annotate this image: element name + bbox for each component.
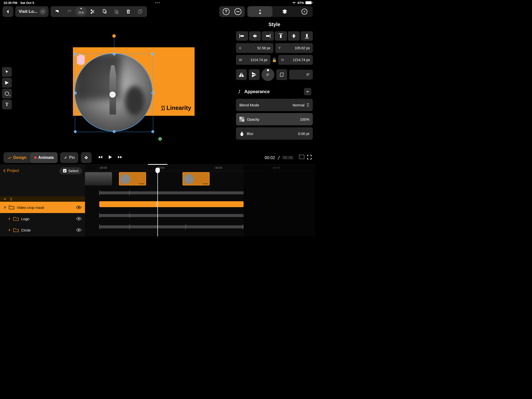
pin-button[interactable]: Pin (60, 152, 78, 163)
timeline: Project Select Video crop mask Lo (0, 165, 315, 236)
project-title-button[interactable]: Visit Lo... (15, 6, 49, 17)
project-dropdown-icon[interactable] (40, 8, 46, 15)
origin-handle[interactable] (158, 137, 162, 141)
play-button[interactable] (107, 154, 113, 161)
rotation-control[interactable]: 0° (262, 68, 274, 81)
shear-button[interactable] (276, 69, 287, 80)
align-vcenter-button[interactable] (288, 31, 300, 41)
svg-rect-18 (306, 34, 308, 37)
w-field[interactable]: W1214.74 px (236, 55, 270, 65)
design-mode-tab[interactable]: Design (3, 152, 30, 163)
resize-handle-se[interactable] (151, 130, 154, 133)
svg-rect-10 (253, 35, 257, 37)
rewind-button[interactable] (98, 154, 103, 161)
shear-field[interactable]: 0° (289, 70, 313, 80)
blend-mode-row[interactable]: Blend Mode Normal (236, 99, 313, 111)
rotation-value: 0° (266, 73, 269, 77)
multitask-dots[interactable]: ••• (155, 0, 161, 5)
linearity-logo: ⟆⟆ Linearity (161, 104, 191, 111)
visibility-icon[interactable] (76, 205, 82, 209)
hand-graphic (74, 53, 87, 66)
scribble-icon (7, 155, 12, 160)
left-toolbar: ▸ T (0, 18, 13, 151)
artboard-thumb[interactable]: Linearity (183, 172, 210, 185)
rotation-handle[interactable] (112, 34, 116, 38)
track-clip[interactable] (99, 191, 244, 194)
chevron-right-icon[interactable] (3, 206, 6, 209)
svg-rect-14 (280, 34, 282, 38)
track-clip[interactable] (99, 201, 244, 207)
timeline-tracks[interactable]: 00:00 00:02 00:04 00:06 Linearity Linear… (85, 165, 315, 236)
status-time: 10:30 PM (3, 1, 17, 5)
svg-rect-2 (103, 10, 105, 13)
x-field[interactable]: X52.58 px (236, 43, 273, 53)
help-button[interactable]: ? (220, 6, 232, 17)
panel-title: Style (236, 18, 313, 31)
drop-icon (239, 131, 244, 136)
resize-handle-sw[interactable] (74, 130, 77, 133)
visibility-icon[interactable] (76, 217, 82, 221)
folder-icon (9, 205, 14, 210)
canvas[interactable]: ⟆⟆ Linearity (13, 18, 233, 151)
flip-v-button[interactable] (249, 69, 260, 80)
battery-percent: 97% (298, 1, 304, 5)
cut-button[interactable] (87, 6, 99, 17)
shape-tool[interactable]: ▸ (2, 89, 12, 99)
more-button[interactable]: ••• (232, 6, 244, 17)
align-left-button[interactable] (236, 31, 248, 41)
layer-row-circle[interactable]: Circle (0, 224, 85, 236)
add-keyframe-button[interactable] (81, 152, 92, 163)
blur-row[interactable]: Blur 0.00 pt (236, 127, 313, 140)
layer-row-stub[interactable] (0, 196, 85, 202)
animate-mode-tab[interactable]: Animate (30, 152, 58, 163)
add-tab[interactable]: + (297, 6, 312, 17)
align-right-button[interactable] (262, 31, 274, 41)
style-tab[interactable] (248, 6, 272, 17)
safe-area-button[interactable] (299, 155, 304, 161)
track-clip[interactable] (99, 225, 244, 228)
paste-button[interactable] (111, 6, 122, 17)
chevron-right-icon[interactable] (8, 229, 11, 232)
redo-button[interactable] (63, 6, 75, 17)
timeline-back-button[interactable]: Project (3, 168, 19, 173)
chevron-down-icon[interactable] (304, 88, 311, 95)
top-toolbar: Visit Lo... 21% ? ••• + (0, 5, 315, 18)
ruler-tick: 00:04 (216, 166, 222, 169)
svg-rect-16 (293, 34, 295, 38)
wand-icon (237, 89, 242, 94)
status-bar: 10:30 PM Sat Oct 5 ••• 97% (0, 0, 315, 5)
chevron-right-icon[interactable] (8, 217, 11, 220)
undo-button[interactable] (51, 6, 63, 17)
lock-aspect-button[interactable]: 🔓 (272, 55, 276, 65)
back-button[interactable] (2, 6, 13, 17)
y-field[interactable]: Y105.62 px (275, 43, 313, 53)
align-top-button[interactable] (275, 31, 287, 41)
align-bottom-button[interactable] (301, 31, 313, 41)
layer-row-video-crop-mask[interactable]: Video crop mask (0, 202, 85, 213)
artboard-thumb[interactable] (85, 172, 112, 185)
wifi-icon (292, 1, 296, 4)
align-hcenter-button[interactable] (249, 31, 261, 41)
layer-row-logo[interactable]: Logo (0, 213, 85, 224)
fullscreen-button[interactable] (307, 155, 312, 161)
playhead[interactable] (157, 168, 158, 236)
appearance-header[interactable]: Appearance (236, 84, 313, 99)
delete-button[interactable] (122, 6, 134, 17)
zoom-button[interactable]: 21% (75, 7, 87, 17)
text-tool[interactable]: T (2, 100, 12, 109)
flip-h-button[interactable] (236, 69, 247, 80)
forward-button[interactable] (117, 154, 123, 161)
select-tool[interactable] (2, 67, 12, 77)
duplicate-button[interactable] (134, 6, 146, 17)
select-button[interactable]: Select (59, 167, 82, 174)
layers-tab[interactable] (272, 6, 297, 17)
visibility-icon[interactable] (76, 228, 82, 232)
checkbox-icon (63, 169, 67, 173)
opacity-row[interactable]: Opacity 100% (236, 113, 313, 125)
track-clip[interactable] (99, 214, 244, 217)
h-field[interactable]: H1214.74 px (278, 55, 313, 65)
node-tool[interactable] (2, 78, 12, 88)
artboard-thumb[interactable]: Linearity (119, 172, 146, 185)
svg-rect-21 (242, 119, 244, 122)
copy-button[interactable] (99, 6, 111, 17)
